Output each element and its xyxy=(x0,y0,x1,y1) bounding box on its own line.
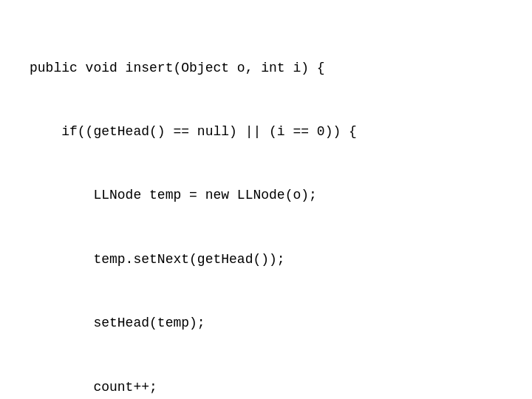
code-line-5: setHead(temp); xyxy=(30,313,502,334)
code-line-3: LLNode temp = new LLNode(o); xyxy=(30,185,502,206)
code-line-1: public void insert(Object o, int i) { xyxy=(30,58,502,79)
code-line-2: if((getHead() == null) || (i == 0)) { xyxy=(30,121,502,143)
code-line-4: temp.setNext(getHead()); xyxy=(30,249,502,270)
code-line-6: count++; xyxy=(30,377,502,398)
code-block: public void insert(Object o, int i) { if… xyxy=(0,0,532,399)
